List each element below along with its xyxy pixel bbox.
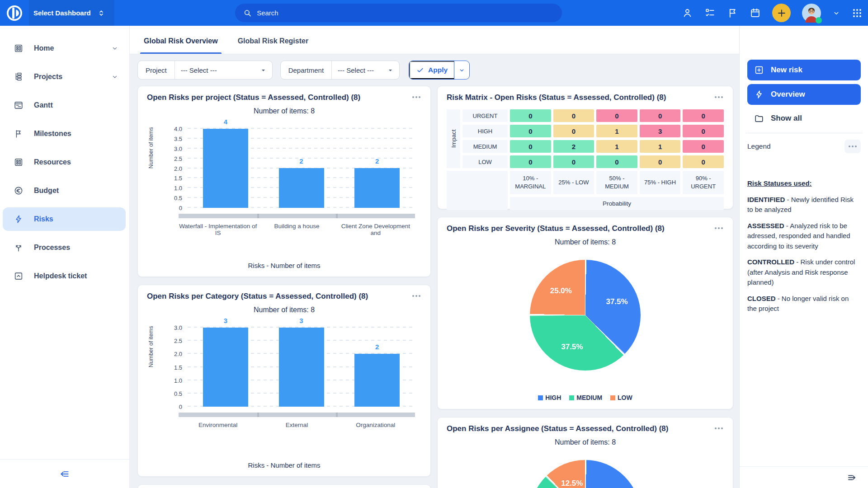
matrix-column-header: 10% - MARGINAL <box>510 171 551 194</box>
sidebar-item-label: Processes <box>34 244 70 252</box>
expand-panel-icon[interactable] <box>846 472 857 483</box>
x-tick-label: Organizational <box>336 422 415 428</box>
chart-footer-caption: Risks - Number of items <box>138 262 430 269</box>
risk-matrix-table: ImpactURGENT00000HIGH00130MEDIUM02110LOW… <box>447 109 724 210</box>
apps-grid-icon[interactable] <box>852 8 863 19</box>
widgets-grid: Open Risks per project (Status = Assesse… <box>137 86 733 488</box>
sidebar-item-home[interactable]: Home <box>3 37 126 60</box>
y-tick-label: 2.0 <box>174 351 182 357</box>
matrix-cell-low-2[interactable]: 0 <box>596 155 637 168</box>
risks-icon <box>14 214 24 224</box>
show-all-button[interactable]: Show all <box>747 108 861 128</box>
matrix-row-header: MEDIUM <box>462 140 508 153</box>
matrix-cell-urgent-4[interactable]: 0 <box>683 109 724 122</box>
project-filter-select[interactable]: --- Select --- <box>175 61 272 79</box>
bar-group: 2 <box>264 129 340 208</box>
chevron-down-icon[interactable] <box>111 73 118 80</box>
x-tick-label: Building a house <box>257 223 336 236</box>
y-tick-label: 2.5 <box>174 155 182 162</box>
matrix-cell-low-4[interactable]: 0 <box>683 155 724 168</box>
flag-icon[interactable] <box>727 7 738 19</box>
dashboard-selector[interactable]: Select Dashboard <box>29 0 114 26</box>
sidebar-item-processes[interactable]: Processes <box>3 236 126 259</box>
y-tick-label: 0 <box>179 205 182 211</box>
matrix-cell-high-3[interactable]: 3 <box>640 125 681 137</box>
search-input[interactable] <box>257 9 554 17</box>
matrix-cell-medium-0[interactable]: 0 <box>510 140 551 153</box>
y-tick-label: 3.0 <box>174 145 182 152</box>
sidebar-item-milestones[interactable]: Milestones <box>3 122 126 145</box>
sidebar-item-gantt[interactable]: Gantt <box>3 94 126 117</box>
card-menu-button[interactable] <box>714 424 724 432</box>
matrix-cell-low-3[interactable]: 0 <box>640 155 681 168</box>
x-tick-label: Waterfall - Implementation of IS <box>179 223 257 236</box>
card-menu-button[interactable] <box>411 292 421 300</box>
matrix-cell-medium-4[interactable]: 0 <box>683 140 724 153</box>
sidebar-item-label: Helpdesk ticket <box>34 272 87 280</box>
tab-global-risk-register[interactable]: Global Risk Register <box>238 37 309 54</box>
calendar-icon[interactable] <box>750 7 761 19</box>
matrix-cell-high-1[interactable]: 0 <box>553 125 594 137</box>
matrix-cell-high-0[interactable]: 0 <box>510 125 551 137</box>
apply-button[interactable]: Apply <box>409 61 454 79</box>
collapse-sidebar-icon[interactable] <box>59 468 71 480</box>
new-risk-button[interactable]: New risk <box>747 60 861 80</box>
card-menu-button[interactable] <box>714 224 724 232</box>
y-tick-label: 2.0 <box>174 165 182 172</box>
user-icon[interactable] <box>682 7 693 19</box>
matrix-cell-high-2[interactable]: 1 <box>596 125 637 137</box>
pie-slice-label: 37.5% <box>606 297 627 306</box>
plus-square-icon <box>754 65 764 75</box>
matrix-cell-medium-1[interactable]: 2 <box>553 140 594 153</box>
projects-icon <box>14 72 24 82</box>
matrix-cell-urgent-0[interactable]: 0 <box>510 109 551 122</box>
y-tick-label: 1.0 <box>174 377 182 384</box>
sidebar-item-label: Milestones <box>34 130 71 138</box>
sidebar-item-budget[interactable]: Budget <box>3 179 126 202</box>
add-button[interactable] <box>772 4 791 22</box>
app-logo[interactable] <box>0 0 29 26</box>
checklist-icon[interactable] <box>704 7 716 19</box>
matrix-cell-urgent-2[interactable]: 0 <box>596 109 637 122</box>
x-axis-scrollbar[interactable] <box>179 413 415 417</box>
sidebar-footer <box>0 459 129 488</box>
y-axis-label: Number of items <box>148 127 154 169</box>
sidebar-item-risks[interactable]: Risks <box>3 207 126 231</box>
matrix-cell-high-4[interactable]: 0 <box>683 125 724 137</box>
sidebar-item-projects[interactable]: Projects <box>3 65 126 89</box>
card-menu-button[interactable] <box>714 93 724 101</box>
bar-chart-open-risks-per-project: Number of items4.03.53.02.52.01.51.00.50… <box>147 129 421 236</box>
legend-header: Legend <box>747 140 861 153</box>
global-search[interactable] <box>235 4 562 22</box>
matrix-column-header: 75% - HIGH <box>640 171 681 194</box>
dashboard-selector-label: Select Dashboard <box>33 9 91 17</box>
matrix-cell-medium-2[interactable]: 1 <box>596 140 637 153</box>
matrix-cell-medium-3[interactable]: 1 <box>640 140 681 153</box>
matrix-cell-urgent-3[interactable]: 0 <box>640 109 681 122</box>
matrix-corner <box>447 171 508 210</box>
matrix-cell-low-0[interactable]: 0 <box>510 155 551 168</box>
bar-value-label: 3 <box>188 317 264 324</box>
updown-chevrons-icon <box>97 9 105 17</box>
overview-button[interactable]: Overview <box>747 84 861 105</box>
legend-swatch <box>538 395 543 400</box>
matrix-cell-low-1[interactable]: 0 <box>553 155 594 168</box>
status-definition-closed: CLOSED - No longer valid risk on the pro… <box>747 294 860 314</box>
tab-global-risk-overview[interactable]: Global Risk Overview <box>144 37 218 54</box>
card-menu-button[interactable] <box>411 93 421 101</box>
sidebar-item-helpdesk-ticket[interactable]: Helpdesk ticket <box>3 264 126 288</box>
department-filter-select[interactable]: --- Select --- <box>332 61 399 79</box>
legend-item-high: HIGH <box>538 394 561 401</box>
apply-options-button[interactable] <box>454 61 469 79</box>
user-avatar[interactable] <box>802 4 821 23</box>
pie-chart-open-risks-per-severity: 37.5%37.5%25.0%HIGHMEDIUMLOW <box>447 260 724 371</box>
x-axis-scrollbar[interactable] <box>179 214 415 218</box>
chart-subtitle: Number of items: 8 <box>147 107 421 115</box>
legend-menu-button[interactable] <box>844 140 861 153</box>
bar-value-label: 3 <box>264 317 340 324</box>
chevron-down-icon[interactable] <box>832 9 840 17</box>
sidebar-item-resources[interactable]: Resources <box>3 150 126 174</box>
chevron-down-icon[interactable] <box>111 45 118 52</box>
matrix-cell-urgent-1[interactable]: 0 <box>553 109 594 122</box>
y-tick-label: 2.5 <box>174 338 182 344</box>
